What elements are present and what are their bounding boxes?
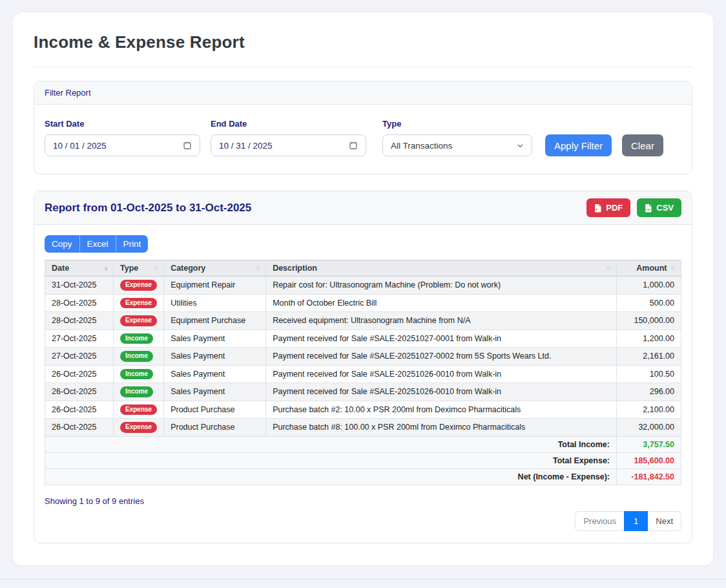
column-header-description[interactable]: Description↑↓ — [266, 260, 617, 277]
cell-category: Sales Payment — [164, 348, 266, 366]
total-amount: 3,757.50 — [617, 436, 681, 452]
cell-description: Purchase batch #8: 100.00 x PSR 200ml fr… — [266, 419, 617, 437]
cell-amount: 32,000.00 — [617, 419, 681, 437]
cell-amount: 500.00 — [617, 294, 681, 312]
table-row: 26-Oct-2025ExpenseProduct PurchasePurcha… — [45, 401, 681, 419]
cell-date: 27-Oct-2025 — [45, 330, 114, 348]
export-pdf-label: PDF — [606, 203, 623, 213]
cell-category: Sales Payment — [164, 365, 266, 383]
cell-description: Repair cost for: Ultrasonogram Machine (… — [266, 277, 617, 295]
end-date-value: 10 / 31 / 2025 — [219, 141, 273, 151]
cell-description: Payment received for Sale #SALE-20251026… — [266, 383, 617, 401]
cell-type: Expense — [114, 312, 164, 330]
column-label: Category — [171, 264, 205, 273]
total-label: Total Expense: — [45, 452, 617, 468]
table-row: 26-Oct-2025IncomeSales PaymentPayment re… — [45, 365, 681, 383]
cell-type: Expense — [114, 419, 164, 437]
column-header-category[interactable]: Category↑↓ — [164, 260, 266, 277]
type-select-value: All Transactions — [391, 141, 452, 151]
file-pdf-icon: P — [594, 204, 602, 213]
type-badge: Expense — [120, 298, 157, 309]
dt-copy-button[interactable]: Copy — [45, 235, 79, 253]
pagination-next-button[interactable]: Next — [647, 511, 681, 531]
total-label: Net (Income - Expense): — [45, 468, 617, 485]
type-label: Type — [382, 119, 532, 129]
start-date-label: Start Date — [45, 119, 200, 129]
cell-type: Income — [114, 365, 164, 383]
report-card-header: Report from 01-Oct-2025 to 31-Oct-2025 P… — [34, 191, 692, 225]
end-date-field: End Date 10 / 31 / 2025 — [211, 119, 366, 156]
cell-date: 26-Oct-2025 — [45, 401, 114, 419]
cell-type: Income — [114, 330, 164, 348]
file-csv-icon: CSV — [645, 204, 652, 213]
column-label: Description — [273, 264, 317, 273]
type-badge: Income — [120, 369, 153, 380]
start-date-input[interactable]: 10 / 01 / 2025 — [45, 134, 200, 156]
cell-date: 26-Oct-2025 — [45, 365, 114, 383]
total-amount: -181,842.50 — [617, 468, 681, 485]
column-label: Type — [120, 264, 138, 273]
column-header-type[interactable]: Type↑↓ — [114, 260, 164, 277]
cell-description: Purchase batch #2: 10.00 x PSR 200ml fro… — [266, 401, 617, 419]
report-table-body: 31-Oct-2025ExpenseEquipment RepairRepair… — [45, 277, 681, 485]
table-row: 28-Oct-2025ExpenseUtilitiesMonth of Octo… — [45, 294, 681, 312]
type-badge: Expense — [120, 280, 157, 291]
type-select[interactable]: All Transactions — [382, 134, 532, 156]
table-row: 31-Oct-2025ExpenseEquipment RepairRepair… — [45, 277, 681, 295]
total-label: Total Income: — [45, 436, 617, 452]
column-header-date[interactable]: Date↑↓ — [45, 260, 114, 277]
cell-category: Utilities — [164, 294, 266, 312]
type-badge: Expense — [120, 315, 157, 326]
calendar-icon — [183, 141, 192, 150]
sort-icon: ↑↓ — [671, 265, 675, 271]
title-divider — [34, 67, 692, 67]
cell-amount: 2,100.00 — [617, 401, 681, 419]
cell-type: Income — [114, 383, 164, 401]
end-date-input[interactable]: 10 / 31 / 2025 — [211, 134, 366, 156]
cell-date: 28-Oct-2025 — [45, 294, 114, 312]
column-label: Amount — [636, 264, 667, 273]
type-badge: Expense — [120, 404, 157, 415]
report-table: Date↑↓Type↑↓Category↑↓Description↑↓Amoun… — [45, 260, 681, 485]
datatable-button-group: CopyExcelPrint — [45, 235, 148, 253]
export-pdf-button[interactable]: P PDF — [586, 198, 630, 217]
cell-amount: 1,200.00 — [617, 330, 681, 348]
cell-date: 26-Oct-2025 — [45, 383, 114, 401]
clear-button[interactable]: Clear — [622, 134, 663, 156]
table-row: 26-Oct-2025ExpenseProduct PurchasePurcha… — [45, 419, 681, 437]
cell-category: Sales Payment — [164, 383, 266, 401]
sort-icon: ↑↓ — [607, 265, 610, 271]
svg-text:CSV: CSV — [646, 208, 651, 211]
column-header-amount[interactable]: Amount↑↓ — [617, 260, 681, 277]
pagination-previous-button[interactable]: Previous — [575, 511, 625, 531]
cell-amount: 150,000.00 — [617, 312, 681, 330]
cell-category: Equipment Repair — [164, 277, 266, 295]
cell-category: Product Purchase — [164, 401, 266, 419]
total-row: Total Income:3,757.50 — [45, 436, 681, 452]
cell-amount: 2,161.00 — [617, 348, 681, 366]
cell-date: 26-Oct-2025 — [45, 419, 114, 437]
start-date-field: Start Date 10 / 01 / 2025 — [45, 119, 200, 156]
table-row: 26-Oct-2025IncomeSales PaymentPayment re… — [45, 383, 681, 401]
total-amount: 185,600.00 — [617, 452, 681, 468]
filter-form: Start Date 10 / 01 / 2025 End Date 10 / … — [34, 105, 692, 174]
entries-info: Showing 1 to 9 of 9 entries — [45, 496, 681, 506]
export-csv-button[interactable]: CSV CSV — [637, 198, 681, 217]
total-row: Net (Income - Expense):-181,842.50 — [45, 468, 681, 485]
main-card: Income & Expense Report Filter Report St… — [13, 13, 713, 565]
cell-type: Income — [114, 348, 164, 366]
dt-excel-button[interactable]: Excel — [79, 235, 116, 253]
pagination-page-1-button[interactable]: 1 — [624, 511, 648, 531]
report-body: CopyExcelPrint Date↑↓Type↑↓Category↑↓Des… — [34, 225, 692, 543]
cell-description: Payment received for Sale #SALE-20251027… — [266, 330, 617, 348]
cell-type: Expense — [114, 277, 164, 295]
report-title: Report from 01-Oct-2025 to 31-Oct-2025 — [45, 202, 251, 215]
dt-print-button[interactable]: Print — [116, 235, 149, 253]
export-csv-label: CSV — [656, 203, 674, 213]
page-footer: Copyright © 2025 EHITB Shop | Powered by… — [0, 579, 726, 588]
apply-filter-button[interactable]: Apply Filter — [545, 134, 612, 156]
sort-icon: ↑↓ — [256, 265, 260, 271]
table-row: 27-Oct-2025IncomeSales PaymentPayment re… — [45, 330, 681, 348]
cell-category: Product Purchase — [164, 419, 266, 437]
cell-description: Month of October Electric Bill — [266, 294, 617, 312]
